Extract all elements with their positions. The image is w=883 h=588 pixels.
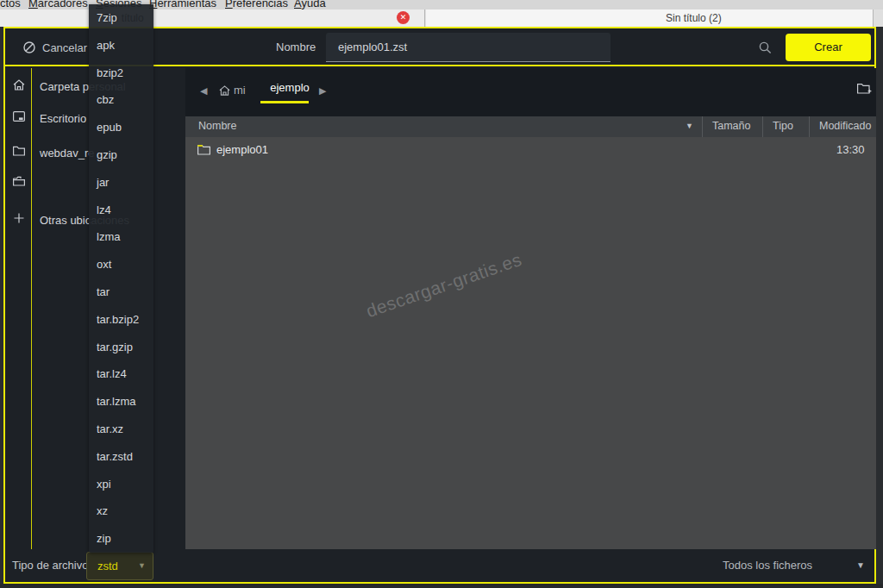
cancel-label: Cancelar (42, 41, 87, 54)
breadcrumb-home[interactable]: mi (218, 84, 246, 97)
tab-sin-titulo-2[interactable]: Sin título (2) (426, 9, 874, 27)
filetype-combobox[interactable]: zstd ▼ (86, 552, 153, 580)
create-button[interactable]: Crear (786, 34, 871, 61)
filetype-selected-value: zstd (97, 560, 118, 572)
sidebar-label: webdav_re (40, 147, 95, 160)
name-label: Nombre (276, 41, 316, 53)
file-list: ejemplo01 13:30 (185, 137, 876, 549)
path-bar: ◀ mi ejemplo ▶ (185, 68, 876, 116)
forward-arrow-icon[interactable]: ▶ (319, 85, 326, 97)
format-option-oxt[interactable]: oxt (89, 251, 153, 278)
format-option-zip[interactable]: zip (89, 525, 153, 553)
file-name: ejemplo01 (216, 143, 268, 156)
home-icon (11, 78, 26, 95)
chevron-down-icon[interactable]: ▼ (856, 560, 865, 570)
chevron-down-icon: ▼ (138, 561, 146, 570)
tab-sin-titulo-1[interactable]: Sin título ✕ (0, 9, 425, 27)
format-option-tar-bzip2[interactable]: tar.bzip2 (89, 306, 153, 334)
breadcrumb-active-underline (260, 101, 309, 103)
filetype-label: Tipo de archivo: (12, 559, 91, 572)
column-divider[interactable] (762, 116, 763, 137)
menu-item-ayuda[interactable]: Ayuda (294, 0, 326, 9)
file-row-ejemplo01[interactable]: ejemplo01 13:30 (185, 139, 876, 161)
back-arrow-icon[interactable]: ◀ (200, 85, 207, 97)
archive-format-popup: 7zip apk bzip2 cbz epub gzip jar lz4 lzm… (89, 4, 153, 553)
format-option-7zip[interactable]: 7zip (89, 4, 153, 32)
format-option-tar-zstd[interactable]: tar.zstd (89, 443, 153, 471)
file-filter-combobox[interactable]: Todos los ficheros (723, 559, 812, 572)
new-folder-icon[interactable] (856, 82, 873, 97)
folder-icon (197, 143, 211, 156)
format-option-tar[interactable]: tar (89, 278, 153, 306)
menu-item-partial[interactable]: ctos (0, 0, 21, 9)
search-icon[interactable] (758, 41, 773, 55)
format-option-xpi[interactable]: xpi (89, 471, 153, 498)
format-option-bzip2[interactable]: bzip2 (89, 59, 153, 87)
menu-item-marcadores[interactable]: Marcadores (28, 0, 88, 9)
plus-icon (11, 212, 26, 228)
cancel-button[interactable]: Cancelar (22, 37, 87, 58)
format-option-epub[interactable]: epub (89, 114, 153, 141)
breadcrumb-home-label: mi (234, 84, 246, 97)
menu-item-herramientas[interactable]: Herramientas (149, 0, 216, 9)
format-option-jar[interactable]: jar (89, 169, 153, 197)
column-divider[interactable] (809, 116, 810, 137)
filename-input[interactable] (326, 33, 611, 62)
file-modified-time: 13:30 (836, 143, 865, 156)
column-tipo[interactable]: Tipo (773, 120, 793, 132)
format-option-gzip[interactable]: gzip (89, 141, 153, 169)
home-icon (218, 84, 231, 97)
cancel-icon (22, 41, 36, 54)
folder-icon (11, 145, 26, 160)
format-option-cbz[interactable]: cbz (89, 86, 153, 114)
column-nombre[interactable]: Nombre (198, 120, 236, 132)
column-divider[interactable] (702, 116, 703, 137)
tab-close-icon[interactable]: ✕ (397, 11, 410, 24)
folder-open-icon (11, 175, 26, 191)
format-option-tar-lz4[interactable]: tar.lz4 (89, 360, 153, 388)
format-option-lz4[interactable]: lz4 (89, 197, 153, 224)
menu-item-preferencias[interactable]: Preferencias (225, 0, 288, 9)
format-option-xz[interactable]: xz (89, 497, 153, 525)
sidebar-label: Escritorio (40, 112, 86, 125)
column-tamano[interactable]: Tamaño (712, 120, 750, 132)
column-modificado[interactable]: Modificado (819, 120, 871, 132)
sort-arrow-icon[interactable]: ▼ (686, 122, 693, 130)
breadcrumb-current-folder[interactable]: ejemplo (259, 81, 321, 94)
format-option-lzma[interactable]: lzma (89, 223, 153, 251)
format-option-apk[interactable]: apk (89, 32, 153, 59)
sidebar-divider (31, 68, 32, 549)
tab2-title: Sin título (2) (666, 12, 722, 24)
file-list-header: Nombre ▼ Tamaño Tipo Modificado (185, 116, 876, 137)
format-option-tar-xz[interactable]: tar.xz (89, 416, 153, 443)
window-edge-strip (0, 584, 883, 588)
dialog-bottom-bar: Tipo de archivo: zstd ▼ Todos los ficher… (5, 549, 874, 582)
format-option-tar-gzip[interactable]: tar.gzip (89, 334, 153, 361)
format-option-tar-lzma[interactable]: tar.lzma (89, 388, 153, 416)
desktop-icon (11, 110, 26, 126)
